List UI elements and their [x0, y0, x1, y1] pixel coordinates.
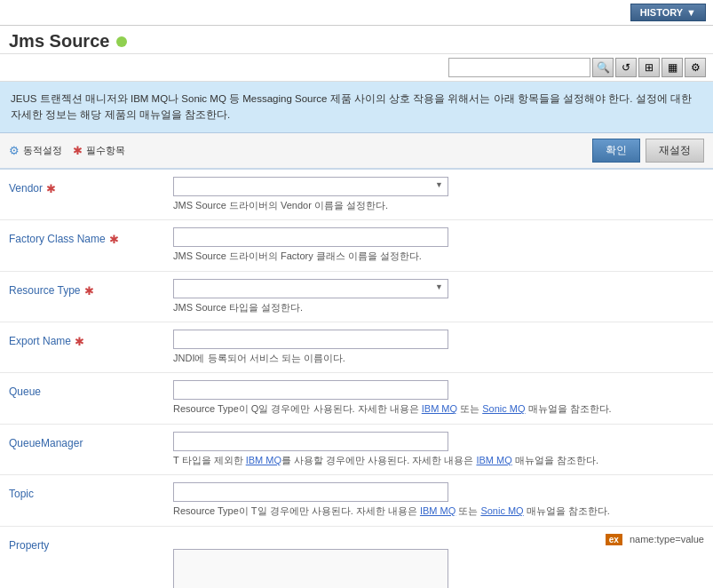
top-bar: HISTORY ▼: [0, 0, 713, 26]
factory-class-desc: JMS Source 드라이버의 Factory 클래스 이름을 설정한다.: [173, 250, 704, 263]
queue-input[interactable]: [173, 380, 448, 400]
resource-required-icon: ✱: [84, 284, 94, 298]
dynamic-setting-label: ⚙ 동적설정: [9, 144, 62, 157]
ibm-mq-link-qm2[interactable]: IBM MQ: [476, 455, 511, 465]
page-title: Jms Source: [9, 31, 109, 52]
factory-required-icon: ✱: [109, 233, 119, 246]
resource-type-label: Resource Type ✱: [0, 272, 164, 301]
ibm-mq-link-topic[interactable]: IBM MQ: [420, 505, 456, 516]
export-name-label: Export Name ✱: [0, 322, 164, 352]
form-area: Vendor ✱ JMS Source 드라이버의 Vendor 이름을 설정한…: [0, 170, 713, 588]
search-button[interactable]: 🔍: [592, 58, 614, 77]
reset-button[interactable]: 재설정: [646, 139, 704, 163]
expand-button[interactable]: ⊞: [638, 58, 660, 77]
queue-content: Resource Type이 Q일 경우에만 사용된다. 자세한 내용은 IBM…: [164, 373, 713, 423]
vendor-required-icon: ✱: [46, 182, 56, 195]
queue-desc: Resource Type이 Q일 경우에만 사용된다. 자세한 내용은 IBM…: [173, 402, 704, 416]
settings-button[interactable]: ⚙: [685, 58, 706, 77]
status-dot: [116, 36, 127, 47]
vendor-select-wrapper: [173, 177, 448, 196]
queue-manager-input[interactable]: [173, 432, 448, 451]
ex-hint-text: name:type=value: [630, 534, 704, 544]
required-star-icon: ✱: [73, 144, 83, 157]
info-box: JEUS 트랜젝션 매니저와 IBM MQ나 Sonic MQ 등 Messag…: [0, 82, 713, 133]
queue-manager-row: QueueManager T 타입을 제외한 IBM MQ를 사용할 경우에만 …: [0, 425, 713, 475]
queue-label: Queue: [0, 373, 164, 401]
property-hint: ex name:type=value: [173, 534, 704, 545]
topic-row: Topic Resource Type이 T일 경우에만 사용된다. 자세한 내…: [0, 475, 713, 526]
property-textarea[interactable]: [173, 549, 448, 588]
sonic-mq-link-queue[interactable]: Sonic MQ: [482, 403, 525, 414]
property-label: Property: [0, 527, 164, 555]
export-required-icon: ✱: [75, 335, 84, 348]
factory-class-input[interactable]: [173, 227, 448, 247]
topic-label: Topic: [0, 475, 164, 504]
resource-type-select-wrapper: [173, 279, 448, 298]
queue-manager-desc: T 타입을 제외한 IBM MQ를 사용할 경우에만 사용된다. 자세한 내용은…: [173, 454, 704, 467]
resource-type-desc: JMS Source 타입을 설정한다.: [173, 301, 704, 314]
ibm-mq-link-queue[interactable]: IBM MQ: [422, 403, 457, 414]
history-arrow-icon: ▼: [686, 7, 696, 18]
search-bar: 🔍 ↺ ⊞ ▦ ⚙: [0, 54, 713, 82]
info-text: JEUS 트랜젝션 매니저와 IBM MQ나 Sonic MQ 등 Messag…: [11, 93, 692, 120]
topic-desc: Resource Type이 T일 경우에만 사용된다. 자세한 내용은 IBM…: [173, 505, 704, 518]
resource-type-select[interactable]: [173, 279, 448, 298]
toolbar-actions: 확인 재설정: [592, 139, 704, 163]
topic-input[interactable]: [173, 482, 448, 502]
resource-type-row: Resource Type ✱ JMS Source 타입을 설정한다.: [0, 272, 713, 322]
dynamic-icon: ⚙: [9, 144, 20, 157]
vendor-desc: JMS Source 드라이버의 Vendor 이름을 설정한다.: [173, 199, 704, 212]
property-content: ex name:type=value JMS Source 설정에 필요한 프로…: [164, 527, 713, 588]
toolbar-labels: ⚙ 동적설정 ✱ 필수항목: [9, 144, 125, 157]
queue-row: Queue Resource Type이 Q일 경우에만 사용된다. 자세한 내…: [0, 373, 713, 424]
factory-class-label: Factory Class Name ✱: [0, 220, 164, 250]
factory-class-row: Factory Class Name ✱ JMS Source 드라이버의 Fa…: [0, 220, 713, 271]
required-label: ✱ 필수항목: [73, 144, 125, 157]
confirm-button[interactable]: 확인: [592, 139, 640, 163]
vendor-label: Vendor ✱: [0, 170, 164, 199]
refresh-button[interactable]: ↺: [615, 58, 637, 77]
ex-badge: ex: [606, 534, 622, 545]
top-toolbar: ⚙ 동적설정 ✱ 필수항목 확인 재설정: [0, 133, 713, 170]
history-button[interactable]: HISTORY ▼: [630, 4, 706, 21]
history-label: HISTORY: [640, 7, 683, 18]
title-bar: Jms Source: [0, 26, 713, 54]
export-name-content: JNDI에 등록되어 서비스 되는 이름이다.: [164, 322, 713, 372]
queue-manager-content: T 타입을 제외한 IBM MQ를 사용할 경우에만 사용된다. 자세한 내용은…: [164, 425, 713, 474]
sonic-mq-link-topic[interactable]: Sonic MQ: [480, 505, 523, 516]
ibm-mq-link-qm[interactable]: IBM MQ: [246, 455, 281, 465]
resource-type-content: JMS Source 타입을 설정한다.: [164, 272, 713, 322]
grid-button[interactable]: ▦: [662, 58, 683, 77]
export-name-desc: JNDI에 등록되어 서비스 되는 이름이다.: [173, 352, 704, 365]
topic-content: Resource Type이 T일 경우에만 사용된다. 자세한 내용은 IBM…: [164, 475, 713, 525]
vendor-select[interactable]: [173, 177, 448, 196]
vendor-row: Vendor ✱ JMS Source 드라이버의 Vendor 이름을 설정한…: [0, 170, 713, 220]
vendor-content: JMS Source 드라이버의 Vendor 이름을 설정한다.: [164, 170, 713, 219]
search-input[interactable]: [448, 58, 590, 77]
factory-class-content: JMS Source 드라이버의 Factory 클래스 이름을 설정한다.: [164, 220, 713, 270]
queue-manager-label: QueueManager: [0, 425, 164, 453]
export-name-input[interactable]: [173, 330, 448, 349]
property-row: Property ex name:type=value JMS Source 설…: [0, 527, 713, 588]
export-name-row: Export Name ✱ JNDI에 등록되어 서비스 되는 이름이다.: [0, 322, 713, 373]
